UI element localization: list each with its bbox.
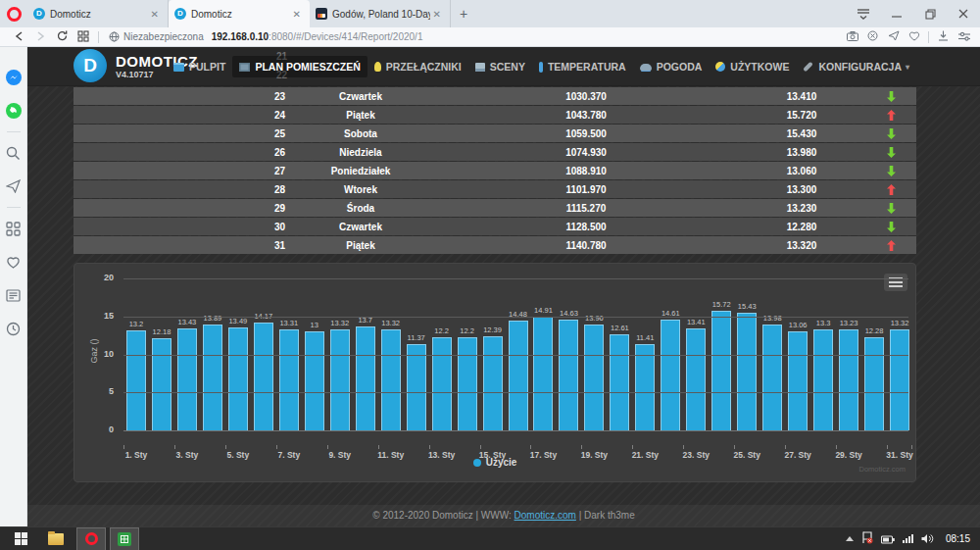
spreadsheet-icon[interactable] (110, 527, 139, 550)
snapshot-camera-icon[interactable] (842, 31, 862, 43)
chart-bar[interactable] (711, 311, 731, 430)
chart-bar[interactable] (610, 334, 629, 430)
start-icon[interactable] (6, 527, 35, 550)
chart-bar[interactable] (788, 331, 808, 430)
table-row[interactable]: 26Niedziela1074.93013.980 (74, 143, 916, 161)
myflow-send-icon[interactable] (883, 30, 904, 43)
table-row[interactable]: 24Piątek1043.78015.720 (74, 106, 916, 124)
flow-icon[interactable] (0, 170, 27, 203)
reload-icon[interactable] (51, 30, 73, 43)
chart-bar[interactable] (330, 329, 350, 430)
opera-menu-logo[interactable] (0, 0, 27, 27)
footer-link[interactable]: Domoticz.com (514, 510, 576, 521)
tab-tiling-icon[interactable] (73, 30, 94, 44)
bookmarks-icon[interactable] (0, 245, 27, 278)
table-row[interactable]: 30Czwartek1128.50012.280 (74, 218, 916, 235)
chart-bar[interactable] (584, 325, 604, 430)
tab-close-icon[interactable]: ✕ (290, 7, 304, 22)
chart-bar[interactable] (254, 323, 273, 430)
tab-close-icon[interactable]: ✕ (430, 7, 444, 22)
file-explorer-icon[interactable] (41, 527, 71, 550)
chart-bar[interactable] (228, 327, 248, 430)
nav-item-pogoda[interactable]: POGODA (633, 56, 710, 77)
search-icon[interactable] (0, 136, 27, 170)
chart-bar[interactable] (432, 337, 452, 430)
table-row[interactable]: 23Czwartek1030.37013.410 (74, 87, 916, 105)
chart-legend[interactable]: Użycie (74, 452, 915, 470)
nav-item-plan-pomieszcze-[interactable]: PLAN POMIESZCZEŃ (232, 56, 367, 77)
chart-bar[interactable] (635, 344, 655, 430)
download-icon[interactable] (933, 30, 954, 43)
speaker-icon[interactable] (921, 530, 934, 548)
minimize-icon[interactable] (880, 0, 913, 27)
restore-icon[interactable] (913, 0, 947, 27)
chart-bar[interactable] (356, 326, 375, 430)
chart-bar[interactable] (890, 329, 909, 430)
nav-item-temperatura[interactable]: TEMPERATURA (532, 56, 633, 77)
messenger-icon[interactable] (0, 61, 27, 94)
nav-item-prze-czniki[interactable]: PRZEŁĄCZNIKI (368, 56, 468, 77)
browser-tab[interactable]: DDomoticz✕ (27, 0, 169, 27)
chart-bar[interactable] (839, 329, 858, 430)
chart-context-menu-button[interactable] (884, 274, 907, 291)
chart-bar[interactable] (458, 337, 477, 430)
easy-setup-icon[interactable] (954, 31, 974, 43)
bookmark-heart-icon[interactable] (904, 30, 924, 43)
history-icon[interactable] (0, 312, 27, 345)
news-icon[interactable] (0, 278, 27, 312)
chart-bar[interactable] (177, 328, 197, 430)
nav-item-pulpit[interactable]: PULPIT (167, 56, 232, 77)
whatsapp-icon[interactable] (0, 94, 27, 127)
nav-item-konfiguracja[interactable]: KONFIGURACJA▾ (796, 56, 916, 77)
network-signal-icon[interactable] (903, 534, 913, 543)
chart-bar[interactable] (509, 321, 528, 430)
table-row[interactable]: 29Środa1115.27013.230 (74, 199, 916, 217)
security-flag-icon[interactable] (861, 530, 873, 548)
browser-tab[interactable]: Godów, Poland 10-Day Wę✕ (310, 0, 451, 27)
back-icon[interactable] (8, 31, 29, 43)
url-field[interactable]: 192.168.0.10:8080/#/Devices/414/Report/2… (212, 31, 842, 42)
nav-item-sceny[interactable]: SCENY (468, 56, 532, 77)
chart-bar[interactable] (762, 325, 782, 430)
gridline (123, 317, 908, 318)
new-tab-button[interactable]: + (451, 0, 476, 27)
chart-bar[interactable] (305, 331, 324, 430)
tab-close-icon[interactable]: ✕ (148, 7, 162, 22)
close-icon[interactable] (947, 0, 980, 27)
nav-item-u-ytkowe[interactable]: UŻYTKOWE (709, 56, 796, 77)
cell-day-number: 29 (74, 203, 287, 214)
site-security-chip[interactable]: Niezabezpieczona (109, 31, 204, 42)
speed-dial-icon[interactable] (0, 212, 27, 245)
chart-bar[interactable] (483, 336, 503, 430)
chart-bar[interactable] (407, 344, 426, 430)
browser-tab[interactable]: DDomoticz✕ (169, 0, 310, 27)
cell-usage-value: 15.720 (738, 110, 865, 121)
chart-bar[interactable] (203, 325, 222, 430)
trend-up-arrow-icon (865, 109, 916, 121)
tray-chevron-icon[interactable] (846, 536, 854, 541)
chart-bar[interactable] (661, 320, 680, 430)
chart-bar[interactable] (279, 329, 299, 430)
table-row[interactable]: 28Wtorek1101.97013.300 (74, 180, 916, 198)
chart-bar[interactable] (126, 330, 146, 430)
table-row[interactable]: 31Piątek1140.78013.320 (74, 236, 916, 254)
battery-icon[interactable] (881, 530, 895, 548)
bar-value-label: 13.49 (228, 317, 247, 325)
chart-bar[interactable] (381, 329, 401, 430)
opera-icon[interactable] (76, 527, 106, 550)
chart-bar[interactable] (864, 337, 884, 430)
chart-bar[interactable] (533, 317, 553, 430)
table-row[interactable]: 25Sobota1059.50015.430 (74, 125, 916, 142)
table-row[interactable]: 27Poniedziałek1088.91013.060 (74, 162, 916, 179)
chart-bar[interactable] (813, 329, 833, 430)
chart-bar[interactable] (686, 328, 706, 430)
chart-bar[interactable] (559, 320, 578, 430)
tray-clock[interactable]: 08:15 (946, 533, 970, 544)
nav-item-label: PULPIT (189, 61, 225, 73)
app-menu-icon[interactable] (847, 0, 880, 27)
chart-bar[interactable] (152, 338, 172, 430)
adblock-icon[interactable] (862, 30, 883, 43)
bar-value-label: 13.2 (129, 320, 144, 328)
forward-icon[interactable] (29, 31, 51, 43)
chart-bar[interactable] (737, 313, 757, 430)
